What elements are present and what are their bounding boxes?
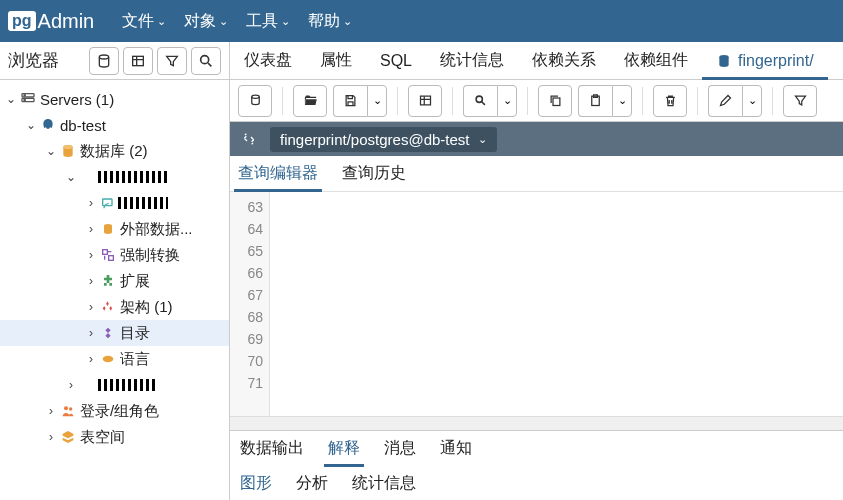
- tab-dashboard[interactable]: 仪表盘: [230, 42, 306, 79]
- esub-graphical[interactable]: 图形: [240, 473, 272, 494]
- save-split-button[interactable]: ⌄: [333, 85, 387, 117]
- btab-explain[interactable]: 解释: [328, 431, 360, 466]
- query-toolbar: ⌄ ⌄ ⌄ ⌄: [230, 80, 843, 122]
- object-tree: ⌄Servers (1) ⌄db-test ⌄数据库 (2) ⌄ › ›外部数据…: [0, 80, 229, 500]
- external-data-icon: [98, 221, 118, 237]
- tab-dependents[interactable]: 依赖组件: [610, 42, 702, 79]
- svg-point-5: [24, 95, 25, 96]
- line-gutter: 636465 666768 697071: [230, 192, 270, 416]
- connection-icon[interactable]: [238, 85, 272, 117]
- explain-subtabs: 图形 分析 统计信息: [230, 466, 843, 500]
- redacted-text: [118, 197, 168, 209]
- main-menu: 文件⌄ 对象⌄ 工具⌄ 帮助⌄: [122, 11, 352, 32]
- schema-icon: [98, 299, 118, 315]
- filter-button-icon[interactable]: [783, 85, 817, 117]
- logo-name: Admin: [38, 10, 95, 33]
- tree-extdata[interactable]: ›外部数据...: [0, 216, 229, 242]
- code-area[interactable]: [270, 192, 843, 416]
- svg-point-17: [251, 95, 259, 98]
- menu-help[interactable]: 帮助⌄: [308, 11, 352, 32]
- catalog-icon: [98, 325, 118, 341]
- svg-point-2: [201, 55, 209, 63]
- tab-sql[interactable]: SQL: [366, 42, 426, 79]
- tree-dbtest[interactable]: ⌄db-test: [0, 112, 229, 138]
- sql-editor: 636465 666768 697071: [230, 192, 843, 416]
- top-menubar: pg Admin 文件⌄ 对象⌄ 工具⌄ 帮助⌄: [0, 0, 843, 42]
- tree-cast[interactable]: ›强制转换: [0, 242, 229, 268]
- servers-icon: [18, 91, 38, 107]
- elephant-icon: [38, 117, 58, 133]
- tree-schema[interactable]: ›架构 (1): [0, 294, 229, 320]
- horizontal-scrollbar[interactable]: [230, 416, 843, 430]
- svg-point-19: [476, 96, 482, 102]
- delete-icon[interactable]: [653, 85, 687, 117]
- find-icon[interactable]: [463, 85, 497, 117]
- tab-stats[interactable]: 统计信息: [426, 42, 518, 79]
- tree-tablespace[interactable]: ›表空间: [0, 424, 229, 450]
- esub-analysis[interactable]: 分析: [296, 473, 328, 494]
- language-icon: [98, 351, 118, 367]
- tree-ext[interactable]: ›扩展: [0, 268, 229, 294]
- search-icon[interactable]: [191, 47, 221, 75]
- main-tabs: 仪表盘 属性 SQL 统计信息 依赖关系 依赖组件 fingerprint/: [230, 42, 843, 80]
- connection-path[interactable]: fingerprint/postgres@db-test⌄: [270, 127, 497, 152]
- btab-notify[interactable]: 通知: [440, 431, 472, 466]
- copy-icon[interactable]: [538, 85, 572, 117]
- tree-catalog[interactable]: ›目录: [0, 320, 229, 346]
- editor-tabs: 查询编辑器 查询历史: [230, 156, 843, 192]
- subtab-query-history[interactable]: 查询历史: [342, 156, 406, 191]
- login-roles-icon: [58, 403, 78, 419]
- btab-messages[interactable]: 消息: [384, 431, 416, 466]
- find-split-button[interactable]: ⌄: [463, 85, 517, 117]
- database-icon: [716, 53, 732, 69]
- menu-tools[interactable]: 工具⌄: [246, 11, 290, 32]
- output-tabs: 数据输出 解释 消息 通知: [230, 430, 843, 466]
- tree-db-hidden[interactable]: ⌄: [0, 164, 229, 190]
- open-file-icon[interactable]: [293, 85, 327, 117]
- edit-icon[interactable]: [708, 85, 742, 117]
- redacted-text: [98, 379, 158, 391]
- esub-stats[interactable]: 统计信息: [352, 473, 416, 494]
- extension-icon: [98, 273, 118, 289]
- svg-rect-18: [420, 96, 430, 105]
- svg-point-14: [64, 406, 68, 410]
- filter-icon[interactable]: [157, 47, 187, 75]
- svg-rect-12: [109, 256, 114, 261]
- tree-login[interactable]: ›登录/组角色: [0, 398, 229, 424]
- tab-dependencies[interactable]: 依赖关系: [518, 42, 610, 79]
- svg-rect-20: [553, 98, 560, 106]
- save-icon[interactable]: [333, 85, 367, 117]
- svg-rect-9: [103, 199, 112, 206]
- menu-file[interactable]: 文件⌄: [122, 11, 166, 32]
- edit-dropdown[interactable]: ⌄: [742, 85, 762, 117]
- tab-properties[interactable]: 属性: [306, 42, 366, 79]
- logo-prefix: pg: [8, 11, 36, 31]
- svg-point-15: [69, 407, 72, 410]
- paste-dropdown[interactable]: ⌄: [612, 85, 632, 117]
- svg-point-13: [103, 356, 114, 363]
- tree-databases[interactable]: ⌄数据库 (2): [0, 138, 229, 164]
- unlink-icon[interactable]: [238, 128, 260, 150]
- find-dropdown[interactable]: ⌄: [497, 85, 517, 117]
- save-dropdown[interactable]: ⌄: [367, 85, 387, 117]
- btab-output[interactable]: 数据输出: [240, 431, 304, 466]
- view-data-icon[interactable]: [123, 47, 153, 75]
- menu-object[interactable]: 对象⌄: [184, 11, 228, 32]
- tab-querytool[interactable]: fingerprint/: [702, 42, 828, 79]
- paste-icon[interactable]: [578, 85, 612, 117]
- tree-servers[interactable]: ⌄Servers (1): [0, 86, 229, 112]
- connection-path-bar: fingerprint/postgres@db-test⌄: [230, 122, 843, 156]
- redacted-text: [98, 171, 168, 183]
- cast-icon: [98, 195, 118, 211]
- subtab-query-editor[interactable]: 查询编辑器: [238, 156, 318, 191]
- edit-split-button[interactable]: ⌄: [708, 85, 762, 117]
- query-tool-icon[interactable]: [89, 47, 119, 75]
- convert-icon: [98, 247, 118, 263]
- tree-node-1[interactable]: ›: [0, 190, 229, 216]
- tree-db-hidden2[interactable]: ›: [0, 372, 229, 398]
- edit-grid-icon[interactable]: [408, 85, 442, 117]
- svg-rect-1: [133, 56, 144, 65]
- sidebar-title: 浏览器: [8, 49, 59, 72]
- paste-split-button[interactable]: ⌄: [578, 85, 632, 117]
- tree-lang[interactable]: ›语言: [0, 346, 229, 372]
